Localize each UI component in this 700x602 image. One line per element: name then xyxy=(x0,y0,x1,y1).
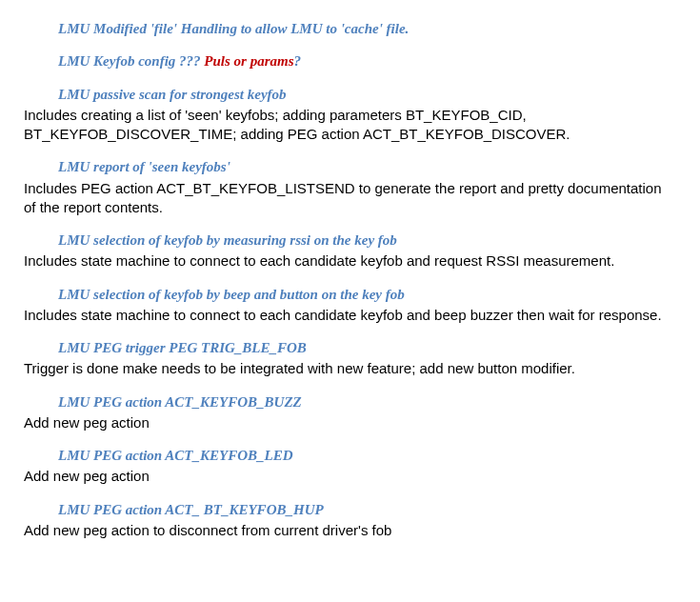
section-body-3: Includes creating a list of 'seen' keyfo… xyxy=(24,106,676,145)
section-heading-2: LMU Keyfob config ??? Puls or params? xyxy=(24,51,676,70)
section-body-10: Add new peg action to disconnect from cu… xyxy=(24,521,676,540)
section-body-6: Includes state machine to connect to eac… xyxy=(24,306,676,325)
section-body-5: Includes state machine to connect to eac… xyxy=(24,251,676,271)
section-heading-4: LMU report of 'seen keyfobs' xyxy=(24,157,676,176)
section-heading-7: LMU PEG trigger PEG TRIG_BLE_FOB xyxy=(24,338,676,357)
section-body-8: Add new peg action xyxy=(24,413,676,432)
section-heading-6: LMU selection of keyfob by beep and butt… xyxy=(24,285,676,304)
section-heading-1: LMU Modified 'file' Handling to allow LM… xyxy=(24,19,676,38)
heading-2-red: Puls or params xyxy=(204,53,293,69)
section-body-9: Add new peg action xyxy=(24,467,676,486)
section-body-4: Includes PEG action ACT_BT_KEYFOB_LISTSE… xyxy=(24,179,676,218)
heading-2-prefix: LMU Keyfob config ??? xyxy=(58,53,204,69)
section-heading-3: LMU passive scan for strongest keyfob xyxy=(24,85,676,104)
section-body-7: Trigger is done make needs to be integra… xyxy=(24,359,676,378)
section-heading-10: LMU PEG action ACT_ BT_KEYFOB_HUP xyxy=(24,500,676,519)
section-heading-9: LMU PEG action ACT_KEYFOB_LED xyxy=(24,446,676,465)
section-heading-8: LMU PEG action ACT_KEYFOB_BUZZ xyxy=(24,392,676,411)
section-heading-5: LMU selection of keyfob by measuring rss… xyxy=(24,231,676,250)
heading-2-suffix: ? xyxy=(294,53,302,69)
